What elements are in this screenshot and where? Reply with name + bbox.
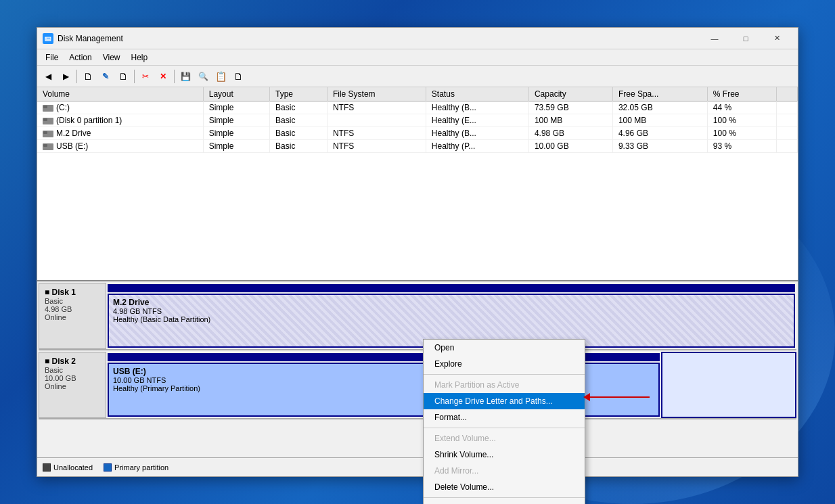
- cell-type: Basic: [270, 114, 328, 127]
- disk2-label: ■ Disk 2 Basic 10.00 GB Online: [39, 352, 106, 418]
- cell-layout: Simple: [203, 114, 269, 127]
- toolbar-delete[interactable]: ✕: [155, 68, 171, 85]
- toolbar-separator-2: [134, 70, 135, 83]
- ctx-format[interactable]: Format...: [424, 409, 585, 426]
- legend-unallocated-label: Unallocated: [53, 463, 93, 472]
- cell-status: Healthy (B...: [426, 101, 528, 114]
- disk-management-window: 🖴 Disk Management — □ ✕ File Action View…: [37, 27, 798, 477]
- table-row[interactable]: (Disk 0 partition 1) Simple Basic Health…: [37, 114, 798, 127]
- col-layout: Layout: [203, 87, 269, 101]
- ctx-open[interactable]: Open: [424, 340, 585, 356]
- cell-extra: [776, 101, 797, 114]
- ctx-shrink[interactable]: Shrink Volume...: [424, 446, 585, 463]
- ctx-add-mirror: Add Mirror...: [424, 463, 585, 479]
- cell-free: 100 MB: [612, 114, 707, 127]
- toolbar-search[interactable]: 🔍: [195, 68, 211, 85]
- disk1-type: Basic: [45, 297, 100, 305]
- cell-capacity: 73.59 GB: [528, 101, 612, 114]
- toolbar-cut[interactable]: ✂: [137, 68, 154, 85]
- ctx-explore[interactable]: Explore: [424, 356, 585, 372]
- legend-primary-box: [104, 463, 112, 472]
- window-title: Disk Management: [58, 34, 699, 43]
- toolbar-edit[interactable]: ✎: [97, 68, 114, 85]
- cell-pct: 44 %: [707, 101, 776, 114]
- toolbar-separator-1: [76, 70, 77, 83]
- cell-layout: Simple: [203, 127, 269, 140]
- legend-unallocated: Unallocated: [43, 463, 93, 472]
- cell-pct: 100 %: [707, 114, 776, 127]
- cell-free: 32.05 GB: [612, 101, 707, 114]
- menu-file[interactable]: File: [40, 51, 64, 64]
- table-area[interactable]: Volume Layout Type File System Status Ca…: [37, 87, 798, 281]
- cell-fs: NTFS: [327, 127, 426, 140]
- menu-help[interactable]: Help: [126, 51, 154, 64]
- cell-capacity: 4.98 GB: [528, 127, 612, 140]
- cell-layout: Simple: [203, 140, 269, 153]
- cell-extra: [776, 114, 797, 127]
- col-pct-free: % Free: [707, 87, 776, 101]
- ctx-sep-3: [424, 497, 585, 498]
- table-row[interactable]: M.2 Drive Simple Basic NTFS Healthy (B..…: [37, 127, 798, 140]
- cell-status: Healthy (P...: [426, 140, 528, 153]
- cell-fs: NTFS: [327, 101, 426, 114]
- disk1-row: ■ Disk 1 Basic 4.98 GB Online M.2 Drive …: [39, 283, 796, 350]
- toolbar-forward[interactable]: ▶: [58, 68, 74, 85]
- toolbar-save[interactable]: 💾: [177, 68, 194, 85]
- ctx-change-drive-letter[interactable]: Change Drive Letter and Paths...: [424, 393, 585, 409]
- disk-panels: ■ Disk 1 Basic 4.98 GB Online M.2 Drive …: [37, 281, 798, 457]
- partition-name: M.2 Drive: [113, 298, 790, 307]
- table-row[interactable]: USB (E:) Simple Basic NTFS Healthy (P...…: [37, 140, 798, 153]
- disk2-row: ■ Disk 2 Basic 10.00 GB Online USB (E:) …: [39, 352, 796, 419]
- ctx-properties[interactable]: Properties: [424, 500, 585, 504]
- cell-layout: Simple: [203, 101, 269, 114]
- cell-extra: [776, 127, 797, 140]
- legend-primary-label: Primary partition: [114, 463, 168, 472]
- cell-volume: USB (E:): [37, 140, 203, 153]
- app-icon: 🖴: [43, 33, 53, 44]
- legend-primary: Primary partition: [104, 463, 168, 472]
- close-button[interactable]: ✕: [761, 28, 792, 49]
- disk2-unallocated: [661, 352, 796, 418]
- volume-table: Volume Layout Type File System Status Ca…: [37, 87, 798, 153]
- cell-type: Basic: [270, 127, 328, 140]
- col-volume: Volume: [37, 87, 203, 101]
- cell-volume: (C:): [37, 101, 203, 114]
- maximize-button[interactable]: □: [730, 28, 761, 49]
- toolbar-back[interactable]: ◀: [40, 68, 56, 85]
- col-status: Status: [426, 87, 528, 101]
- cell-pct: 100 %: [707, 127, 776, 140]
- context-menu: Open Explore Mark Partition as Active Ch…: [423, 339, 585, 504]
- cell-capacity: 100 MB: [528, 114, 612, 127]
- col-extra: [776, 87, 797, 101]
- col-filesystem: File System: [327, 87, 426, 101]
- ctx-delete[interactable]: Delete Volume...: [424, 479, 585, 495]
- cell-pct: 93 %: [707, 140, 776, 153]
- toolbar-properties[interactable]: 🗋: [80, 68, 96, 85]
- cell-volume: M.2 Drive: [37, 127, 203, 140]
- title-bar: 🖴 Disk Management — □ ✕: [37, 28, 798, 49]
- toolbar-view[interactable]: 🗋: [115, 68, 131, 85]
- partition-size: 4.98 GB NTFS: [113, 307, 790, 315]
- col-free-space: Free Spa...: [612, 87, 707, 101]
- disk2-status: Online: [45, 382, 100, 390]
- table-row[interactable]: (C:) Simple Basic NTFS Healthy (B... 73.…: [37, 101, 798, 114]
- cell-volume: (Disk 0 partition 1): [37, 114, 203, 127]
- arrow-line: [589, 396, 650, 398]
- toolbar-new[interactable]: 🗋: [230, 68, 246, 85]
- col-type: Type: [270, 87, 328, 101]
- menu-action[interactable]: Action: [64, 51, 97, 64]
- disk2-name: ■ Disk 2: [45, 357, 100, 366]
- cell-status: Healthy (E...: [426, 114, 528, 127]
- ctx-sep-1: [424, 374, 585, 375]
- table-header: Volume Layout Type File System Status Ca…: [37, 87, 798, 101]
- disk1-size: 4.98 GB: [45, 305, 100, 313]
- ctx-sep-2: [424, 428, 585, 428]
- minimize-button[interactable]: —: [699, 28, 730, 49]
- menu-view[interactable]: View: [97, 51, 126, 64]
- disk1-name: ■ Disk 1: [45, 288, 100, 297]
- cell-fs: NTFS: [327, 140, 426, 153]
- disk1-header-bar: [108, 284, 795, 292]
- toolbar-paste[interactable]: 📋: [212, 68, 229, 85]
- disk2-size: 10.00 GB: [45, 374, 100, 382]
- cell-status: Healthy (B...: [426, 127, 528, 140]
